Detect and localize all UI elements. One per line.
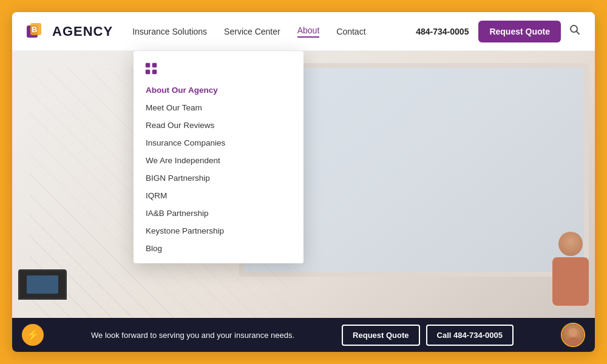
svg-point-9: [569, 328, 577, 337]
nav-links: Insurance Solutions Service Center About…: [132, 25, 416, 38]
logo[interactable]: B AGENCY: [27, 23, 113, 40]
nav-service-center[interactable]: Service Center: [224, 27, 280, 36]
svg-rect-7: [146, 70, 150, 74]
nav-about[interactable]: About: [297, 25, 320, 38]
svg-rect-8: [152, 70, 157, 74]
dropdown-item-insurance-companies[interactable]: Insurance Companies: [134, 134, 304, 152]
bottom-bar-left: ⚡: [22, 324, 44, 346]
bottom-bar: ⚡ We look forward to serving you and you…: [12, 318, 595, 352]
search-button[interactable]: [569, 24, 580, 38]
svg-rect-6: [152, 63, 157, 67]
about-dropdown-menu: About Our Agency Meet Our Team Read Our …: [134, 51, 304, 263]
avatar: [561, 323, 585, 347]
dropdown-item-independent[interactable]: We Are Independent: [134, 152, 304, 169]
main-content: Compr Insura You Ca How Can We Help? I'd…: [12, 51, 595, 318]
dropdown-item-bign[interactable]: BIGN Partnership: [134, 169, 304, 187]
browser-window: B AGENCY Insurance Solutions Service Cen…: [12, 12, 595, 352]
dropdown-item-meet-team[interactable]: Meet Our Team: [134, 99, 304, 116]
dropdown-item-about-agency[interactable]: About Our Agency: [134, 81, 304, 99]
avatar-image: [562, 324, 584, 346]
nav-insurance-solutions[interactable]: Insurance Solutions: [132, 27, 207, 36]
dropdown-item-iqrm[interactable]: IQRM: [134, 187, 304, 204]
dropdown-item-keystone[interactable]: Keystone Partnership: [134, 222, 304, 240]
svg-rect-5: [146, 63, 150, 67]
nav-contact[interactable]: Contact: [336, 27, 365, 36]
dropdown-item-read-reviews[interactable]: Read Our Reviews: [134, 116, 304, 134]
bottom-quote-button[interactable]: Request Quote: [342, 325, 419, 346]
woman-photo: [452, 51, 595, 318]
logo-text: AGENCY: [52, 24, 113, 39]
nav-phone: 484-734-0005: [416, 27, 469, 36]
svg-point-10: [566, 337, 580, 345]
woman-figure: [552, 232, 589, 306]
navbar: B AGENCY Insurance Solutions Service Cen…: [12, 12, 595, 51]
request-quote-nav-button[interactable]: Request Quote: [478, 21, 561, 42]
window-frame: [310, 63, 589, 277]
bottom-bar-center: Request Quote Call 484-734-0005: [342, 325, 514, 346]
lightning-icon: ⚡: [26, 328, 39, 342]
right-panel: ★ ★ ★ ★ ★ Read Our Raving Reviews Our cl…: [310, 51, 595, 318]
dropdown-item-iab[interactable]: IA&B Partnership: [134, 204, 304, 222]
bottom-bar-message: We look forward to serving you and your …: [91, 331, 294, 340]
grid-icon: [144, 62, 158, 75]
svg-line-4: [577, 32, 580, 35]
svg-text:B: B: [32, 25, 37, 34]
logo-icon: B: [27, 23, 49, 40]
dropdown-item-blog[interactable]: Blog: [134, 240, 304, 257]
lightning-button[interactable]: ⚡: [22, 324, 44, 346]
bottom-call-button[interactable]: Call 484-734-0005: [426, 325, 514, 346]
dropdown-icon-row: [134, 57, 304, 81]
